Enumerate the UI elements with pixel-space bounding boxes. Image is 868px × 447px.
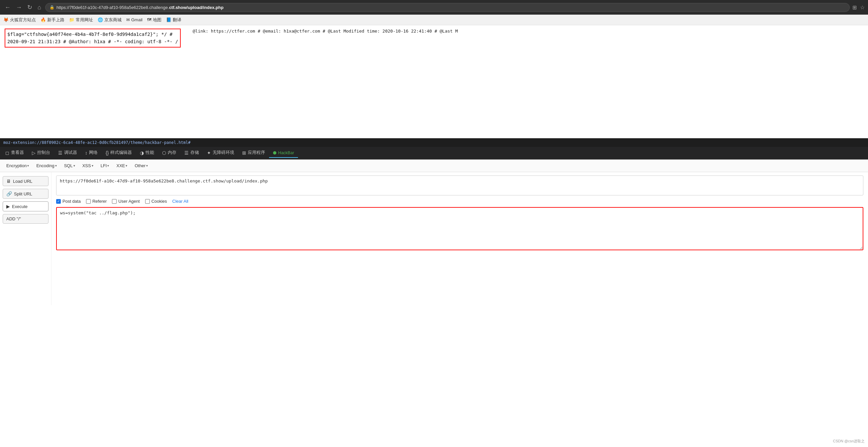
bookmark-newbie[interactable]: 🔥 新手上路 (40, 17, 64, 23)
bookmark-label: 京东商城 (104, 17, 122, 23)
bookmark-jd[interactable]: 🌐 京东商城 (98, 17, 122, 23)
add-slash-label: ADD "/" (6, 216, 21, 221)
bookmark-label: 地图 (153, 17, 161, 23)
encryption-menu[interactable]: Encryption ▾ (3, 161, 32, 170)
encryption-arrow: ▾ (27, 164, 29, 168)
mail-icon: ✉ (126, 17, 130, 22)
encoding-menu[interactable]: Encoding ▾ (33, 161, 59, 170)
hackbar-dot-icon (273, 151, 276, 154)
accessibility-icon: ✦ (207, 150, 211, 155)
bookmark-maps[interactable]: 🗺 地图 (147, 17, 161, 23)
extra-page-text: @link: https://ctfer.com # @email: h1xa@… (193, 29, 458, 34)
post-data-input[interactable] (56, 207, 863, 250)
bookmark-translate[interactable]: 📘 翻译 (166, 17, 181, 23)
tab-hackbar-label: HackBar (278, 151, 294, 155)
devtools-url-bar: moz-extension://88f0902c-6ca4-48fe-ac12-… (0, 138, 868, 147)
tab-performance[interactable]: ◑ 性能 (136, 148, 158, 158)
execute-button[interactable]: ▶ Execute (3, 201, 49, 211)
tab-accessibility-label: 无障碍环境 (213, 150, 234, 155)
tab-style-editor[interactable]: {} 样式编辑器 (102, 148, 136, 158)
hackbar-main: 🖥 Load URL 🔗 Split URL ▶ Execute ADD "/" (0, 172, 868, 305)
split-url-label: Split URL (14, 191, 32, 197)
xss-menu[interactable]: XSS ▾ (80, 161, 96, 170)
devtools-panel: moz-extension://88f0902c-6ca4-48fe-ac12-… (0, 138, 868, 305)
xxe-menu[interactable]: XXE ▾ (113, 161, 130, 170)
bookmark-icon[interactable]: ☆ (860, 4, 865, 11)
user-agent-checkbox[interactable]: User Agent (112, 199, 140, 204)
qr-icon[interactable]: ⊞ (852, 4, 857, 11)
post-data-cb-box (56, 199, 61, 204)
tab-style-label: 样式编辑器 (110, 150, 132, 155)
devtools-tabs: ◻ 查看器 ▷ 控制台 ☰ 调试器 ↕ 网络 {} 样式编辑器 ◑ 性能 ⬡ 内… (0, 147, 868, 159)
tab-accessibility[interactable]: ✦ 无障碍环境 (203, 148, 238, 158)
tab-storage-label: 存储 (190, 150, 199, 155)
flag-line1: $flag="ctfshow{a40f74ee-4b4a-4b7f-8ef0-9… (7, 31, 178, 38)
firefox-icon: 🦊 (3, 17, 9, 22)
execute-label: Execute (12, 204, 28, 209)
lfi-menu[interactable]: LFI ▾ (98, 161, 112, 170)
tab-inspector[interactable]: ◻ 查看器 (1, 148, 28, 158)
tab-storage[interactable]: ☰ 存储 (180, 148, 203, 158)
tab-hackbar[interactable]: HackBar (269, 149, 298, 158)
page-content: $flag="ctfshow{a40f74ee-4b4a-4b7f-8ef0-9… (0, 25, 868, 138)
forward-button[interactable]: → (14, 4, 23, 11)
cookies-label: Cookies (152, 199, 167, 204)
back-button[interactable]: ← (3, 4, 12, 11)
bookmark-label: 新手上路 (47, 17, 64, 23)
post-data-checkbox[interactable]: Post data (56, 199, 81, 204)
other-menu[interactable]: Other ▾ (131, 161, 151, 170)
sql-arrow: ▾ (73, 164, 75, 168)
network-icon: ↕ (85, 150, 87, 155)
referer-checkbox[interactable]: Referer (86, 199, 106, 204)
tab-memory[interactable]: ⬡ 内存 (158, 148, 180, 158)
bookmark-firefox[interactable]: 🦊 火狐官方站点 (3, 17, 36, 23)
memory-icon: ⬡ (162, 150, 166, 155)
tab-application-label: 应用程序 (248, 150, 265, 155)
load-url-label: Load URL (13, 179, 33, 184)
xxe-arrow: ▾ (126, 164, 127, 168)
split-url-button[interactable]: 🔗 Split URL (3, 189, 49, 199)
load-url-button[interactable]: 🖥 Load URL (3, 176, 49, 186)
referer-cb-box (86, 199, 91, 204)
hackbar-area: Encryption ▾ Encoding ▾ SQL ▾ XSS ▾ LFI … (0, 159, 868, 305)
tab-debugger[interactable]: ☰ 调试器 (54, 148, 81, 158)
user-agent-label: User Agent (118, 199, 140, 204)
debugger-icon: ☰ (58, 150, 62, 155)
refresh-button[interactable]: ↻ (26, 4, 34, 11)
encoding-arrow: ▾ (55, 164, 57, 168)
tab-console[interactable]: ▷ 控制台 (28, 148, 54, 158)
bookmark-gmail[interactable]: ✉ Gmail (126, 17, 143, 22)
add-slash-button[interactable]: ADD "/" (3, 214, 49, 224)
application-icon: ⊞ (242, 150, 246, 155)
split-url-icon: 🔗 (6, 191, 12, 197)
address-bar[interactable]: 🔒 https://7f0de61f-a10c-47d9-af10-958a5e… (45, 3, 850, 12)
inspector-icon: ◻ (5, 150, 9, 155)
encryption-label: Encryption (6, 163, 27, 168)
tab-network[interactable]: ↕ 网络 (81, 148, 102, 158)
tab-memory-label: 内存 (168, 150, 176, 155)
other-arrow: ▾ (146, 164, 148, 168)
tab-application[interactable]: ⊞ 应用程序 (238, 148, 269, 158)
bookmark-label: 常用网址 (76, 17, 93, 23)
flag-line2: 2020-09-21 21:31:23 # @Author: h1xa # -*… (7, 38, 178, 45)
post-data-label: Post data (62, 199, 81, 204)
hackbar-sidebar: 🖥 Load URL 🔗 Split URL ▶ Execute ADD "/" (0, 172, 52, 305)
browser-icons: ⊞ ☆ (852, 4, 865, 11)
sql-menu[interactable]: SQL ▾ (61, 161, 78, 170)
url-input[interactable] (56, 176, 863, 196)
bookmark-label: 火狐官方站点 (10, 17, 36, 23)
tab-performance-label: 性能 (146, 150, 154, 155)
other-label: Other (134, 163, 146, 168)
browser-chrome: ← → ↻ ⌂ 🔒 https://7f0de61f-a10c-47d9-af1… (0, 0, 868, 14)
fire-icon: 🔥 (40, 17, 46, 22)
cookies-cb-box (145, 199, 150, 204)
bookmark-common[interactable]: 📁 常用网址 (69, 17, 93, 23)
sql-label: SQL (64, 163, 73, 168)
home-button[interactable]: ⌂ (36, 4, 42, 11)
cookies-checkbox[interactable]: Cookies (145, 199, 167, 204)
clear-all-link[interactable]: Clear All (173, 199, 188, 204)
storage-icon: ☰ (184, 150, 189, 155)
tab-debugger-label: 调试器 (64, 150, 77, 155)
hackbar-content: Post data Referer User Agent Cookies C (52, 172, 868, 305)
devtools-extension-url: moz-extension://88f0902c-6ca4-48fe-ac12-… (3, 140, 191, 145)
